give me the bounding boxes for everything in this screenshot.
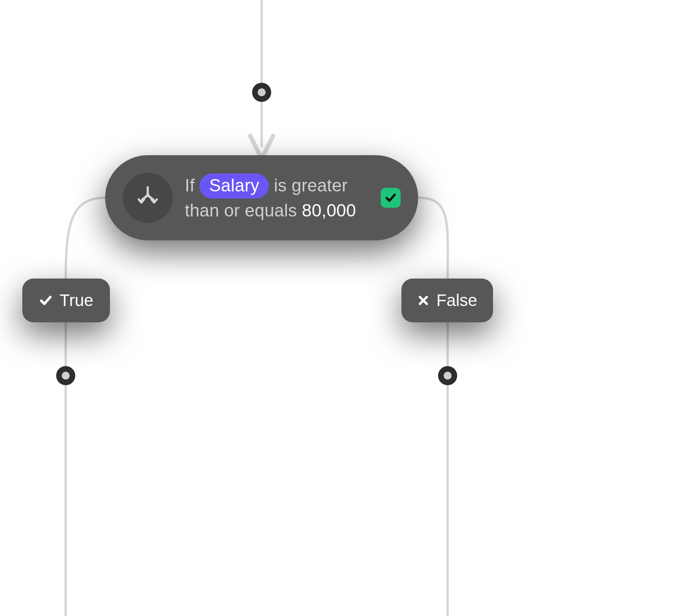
input-port-top[interactable] — [252, 83, 271, 102]
branch-false-label: False — [436, 291, 477, 310]
branch-true-node[interactable]: True — [22, 279, 110, 322]
output-port-true[interactable] — [56, 366, 75, 385]
cond-phrase-1: is greater — [274, 175, 348, 195]
branch-false-node[interactable]: False — [401, 279, 493, 322]
branch-true-label: True — [60, 291, 94, 310]
cond-value: 80,000 — [302, 201, 356, 220]
close-icon — [417, 294, 429, 306]
condition-node[interactable]: If Salary is greater than or equals 80,0… — [105, 155, 418, 240]
branch-icon — [123, 173, 173, 223]
flow-canvas: If Salary is greater than or equals 80,0… — [0, 0, 677, 616]
status-check-icon — [381, 188, 401, 208]
check-icon — [39, 294, 53, 307]
variable-chip[interactable]: Salary — [200, 173, 269, 199]
output-port-false[interactable] — [438, 366, 457, 385]
cond-phrase-2: than or equals — [185, 201, 297, 220]
condition-expression: If Salary is greater than or equals 80,0… — [185, 173, 366, 222]
cond-prefix: If — [185, 175, 195, 195]
